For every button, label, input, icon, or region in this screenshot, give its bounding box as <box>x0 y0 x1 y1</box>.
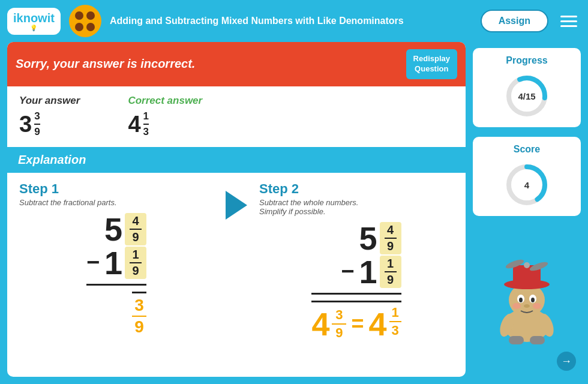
s2-top-row: 5 4 9 <box>359 222 401 254</box>
your-answer-block: Your answer 3 3 9 <box>19 95 80 139</box>
top-whole: 5 <box>104 213 122 245</box>
top-row: 5 4 9 <box>104 213 146 245</box>
dot <box>75 11 83 20</box>
fraction-bar <box>143 124 149 125</box>
underline <box>86 284 146 286</box>
assign-button[interactable]: Assign <box>481 10 548 32</box>
step2-result: 4 3 9 = 4 1 3 <box>311 301 401 343</box>
s2-bottom-den: 9 <box>387 273 394 287</box>
s2-top-num: 4 <box>387 223 394 237</box>
your-whole: 3 <box>19 112 32 137</box>
explanation-bar: Explanation <box>7 147 466 173</box>
feedback-banner: Sorry, your answer is incorrect. Redispl… <box>7 42 466 86</box>
underline <box>311 293 401 295</box>
fraction-bar <box>34 124 40 125</box>
bottom-whole: 1 <box>104 247 122 279</box>
menu-icon <box>560 25 577 27</box>
dot <box>86 23 95 31</box>
progress-title: Progress <box>480 55 574 66</box>
result-den: 9 <box>134 317 144 337</box>
steps-section: Step 1 Subtract the fractional parts. 5 … <box>7 173 466 377</box>
correct-answer-block: Correct answer 4 1 3 <box>128 95 202 139</box>
equals-sign: = <box>351 311 364 337</box>
step-1: Step 1 Subtract the fractional parts. 5 … <box>19 181 214 368</box>
minus-sign: − <box>86 250 100 275</box>
redisplay-button[interactable]: RedisplayQuestion <box>406 49 457 79</box>
result-num: 3 <box>134 296 144 315</box>
progress-donut: 4/15 <box>503 72 551 120</box>
step1-equation: 5 4 9 − 1 1 <box>86 213 146 337</box>
logo: iknowit 💡 <box>7 8 61 35</box>
dot <box>86 11 95 20</box>
step2-desc: Subtract the whole numbers. Simplify if … <box>259 198 454 216</box>
svg-point-15 <box>524 304 530 308</box>
menu-button[interactable] <box>557 12 581 31</box>
your-numerator: 3 <box>34 110 40 122</box>
s2-result-whole: 4 <box>311 305 329 343</box>
frac-line <box>385 271 397 272</box>
your-fraction: 3 9 <box>34 110 40 139</box>
svg-point-16 <box>512 303 521 309</box>
score-value: 4 <box>524 180 529 190</box>
result-frac-line <box>132 316 146 317</box>
s2-top-den: 9 <box>387 239 394 253</box>
next-button[interactable]: → <box>557 352 576 371</box>
step-arrow <box>226 181 247 368</box>
s2-result-den: 9 <box>335 325 343 341</box>
s2-top-frac: 4 9 <box>380 222 401 254</box>
svg-rect-20 <box>509 336 524 344</box>
main-area: Sorry, your answer is incorrect. Redispl… <box>0 42 588 384</box>
answer-section: Your answer 3 3 9 Correct answer 4 1 <box>7 86 466 147</box>
svg-point-17 <box>533 303 541 309</box>
your-denominator: 9 <box>34 126 40 138</box>
bottom-fraction-box: 1 9 <box>125 247 146 279</box>
logo-text: iknowit <box>13 11 55 25</box>
step2-math: 5 4 9 − 1 1 <box>259 222 454 343</box>
content-panel: Sorry, your answer is incorrect. Redispl… <box>7 42 466 377</box>
s2-top-whole: 5 <box>359 222 377 254</box>
final-frac-line <box>389 321 401 322</box>
s2-bottom-frac: 1 9 <box>380 256 401 288</box>
correct-answer-value: 4 1 3 <box>128 110 202 139</box>
score-title: Score <box>480 144 574 155</box>
top-num: 4 <box>133 214 139 228</box>
dots-grid <box>75 11 95 31</box>
incorrect-message: Sorry, your answer is incorrect. <box>16 57 195 71</box>
s2-bottom-row: − 1 1 9 <box>341 256 401 288</box>
lesson-title: Adding and Subtracting Mixed Numbers wit… <box>110 16 472 26</box>
s2-frac-line <box>332 323 346 325</box>
menu-icon <box>560 20 577 22</box>
bottom-row: − 1 1 9 <box>86 247 146 279</box>
svg-point-8 <box>524 262 530 268</box>
correct-answer-label: Correct answer <box>128 95 202 107</box>
sidebar: Progress 4/15 Score 4 <box>473 42 581 377</box>
final-den: 3 <box>391 323 398 338</box>
s2-minus: − <box>341 259 354 284</box>
step2-equation: 5 4 9 − 1 1 <box>311 222 401 343</box>
step-2: Step 2 Subtract the whole numbers. Simpl… <box>259 181 454 368</box>
mascot-area: → <box>473 226 581 377</box>
top-den: 9 <box>133 230 139 244</box>
correct-fraction: 1 3 <box>143 110 149 139</box>
mascot-svg <box>482 253 572 349</box>
s2-bottom-whole: 1 <box>359 256 377 288</box>
progress-value: 4/15 <box>518 91 535 101</box>
your-answer-label: Your answer <box>19 95 80 107</box>
step1-desc: Subtract the fractional parts. <box>19 198 214 207</box>
lesson-icon <box>69 5 101 37</box>
logo-sub: 💡 <box>30 25 37 31</box>
frac-line <box>130 229 142 230</box>
svg-rect-21 <box>530 336 545 344</box>
step1-result: 3 9 <box>132 292 146 337</box>
bottom-num: 1 <box>133 248 139 262</box>
dot <box>75 23 83 31</box>
step1-title: Step 1 <box>19 181 214 197</box>
frac-line <box>385 238 397 239</box>
arrow-icon <box>226 191 247 220</box>
final-whole: 4 <box>369 305 387 343</box>
step2-title: Step 2 <box>259 181 454 197</box>
svg-point-13 <box>519 298 523 302</box>
step1-math: 5 4 9 − 1 1 <box>19 213 214 337</box>
menu-icon <box>560 16 577 17</box>
progress-card: Progress 4/15 <box>473 48 581 127</box>
